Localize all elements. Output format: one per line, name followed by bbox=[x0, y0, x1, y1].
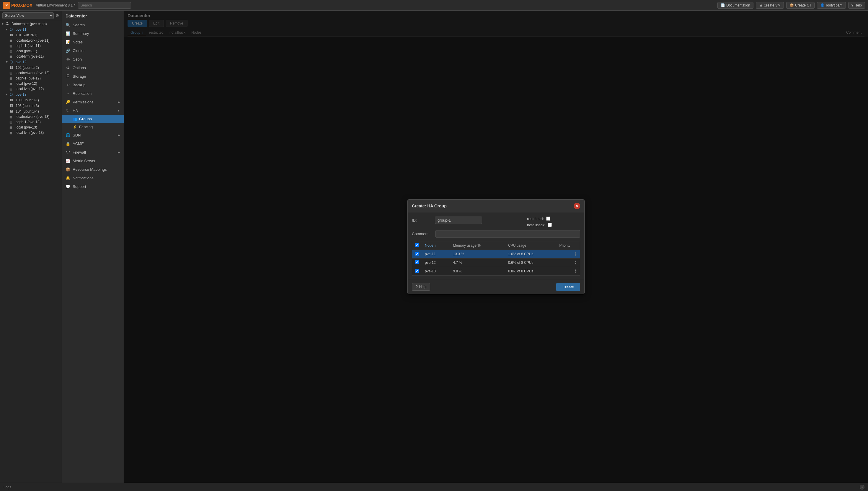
tree-vm-104[interactable]: 🖥 104 (ubuntu-4) bbox=[0, 109, 62, 114]
nav-label-support: Support bbox=[73, 184, 86, 189]
nav-item-firewall[interactable]: 🛡 Firewall ▶ bbox=[62, 148, 124, 156]
create-ct-button[interactable]: 📦 Create CT bbox=[786, 2, 814, 8]
nav-item-permissions[interactable]: 🔑 Permissions ▶ bbox=[62, 98, 124, 106]
nav-item-backup[interactable]: ↩ Backup bbox=[62, 81, 124, 89]
tree-disk-locallvm-pve11[interactable]: ▤ local-lvm (pve-11) bbox=[0, 54, 62, 59]
table-header-memory[interactable]: Memory usage % bbox=[450, 241, 505, 250]
tree-disk-locallvm-pve12[interactable]: ▤ local-lvm (pve-12) bbox=[0, 86, 62, 92]
memory-pve12: 4.7 % bbox=[450, 258, 505, 267]
nav-item-options[interactable]: ⚙ Options bbox=[62, 63, 124, 72]
user-menu[interactable]: 👤 root@pam bbox=[817, 2, 845, 8]
cpu-pve11: 1.6% of 8 CPUs bbox=[505, 250, 556, 258]
nav-item-metric[interactable]: 📈 Metric Server bbox=[62, 156, 124, 165]
tree-datacenter[interactable]: ▼ 🖧 Datacenter (pve-ceph) bbox=[0, 21, 62, 27]
node-name-pve12: pve-12 bbox=[422, 258, 450, 267]
tree-vm-102[interactable]: 🖥 102 (ubuntu-2) bbox=[0, 65, 62, 70]
app-logo: ✕ PROXMOX bbox=[3, 2, 32, 9]
tree-vm-100[interactable]: 🖥 100 (ubuntu-1) bbox=[0, 97, 62, 103]
sidebar-header: Server View Folder View ⚙ bbox=[0, 11, 62, 21]
nav-sub-item-fencing[interactable]: ⚡ Fencing bbox=[62, 123, 124, 131]
tree-node-pve11[interactable]: ▼ ⬡ pve-11 bbox=[0, 27, 62, 32]
row-check-pve12[interactable] bbox=[415, 260, 419, 264]
view-select[interactable]: Server View Folder View bbox=[2, 12, 54, 19]
tree-disk-local-pve13[interactable]: ▤ local (pve-13) bbox=[0, 125, 62, 130]
cluster-nav-icon: 🔗 bbox=[66, 49, 70, 53]
tree-node-pve13[interactable]: ▼ ⬡ pve-13 bbox=[0, 92, 62, 97]
node-icon: ⬡ bbox=[9, 27, 15, 32]
nofailback-checkbox[interactable] bbox=[548, 223, 552, 227]
table-header-priority[interactable]: Priority bbox=[557, 241, 580, 250]
create-ct-icon: 📦 bbox=[789, 3, 794, 7]
table-header-node[interactable]: Node ↑ bbox=[422, 241, 450, 250]
summary-nav-icon: 📊 bbox=[66, 31, 70, 36]
tree-disk-local-pve11[interactable]: ▤ local (pve-11) bbox=[0, 49, 62, 54]
nav-item-ha[interactable]: ♡ HA ▼ bbox=[62, 106, 124, 115]
comment-input[interactable] bbox=[435, 230, 580, 237]
node-name-pve13: pve-13 bbox=[422, 267, 450, 275]
id-input[interactable] bbox=[435, 216, 482, 224]
sdn-arrow-icon: ▶ bbox=[118, 134, 120, 137]
gear-icon[interactable]: ⚙ bbox=[56, 13, 59, 18]
nav-item-storage[interactable]: 🗄 Storage bbox=[62, 72, 124, 81]
disk-icon-ceph-pve12: ▤ bbox=[9, 77, 15, 80]
priority-down-pve11[interactable]: ▼ bbox=[575, 254, 577, 256]
net-icon-pve12: ▤ bbox=[9, 71, 15, 75]
notes-nav-icon: 📝 bbox=[66, 40, 70, 44]
net-label-pve12: localnetwork (pve-12) bbox=[16, 71, 50, 75]
node-name-pve11: pve-11 bbox=[422, 250, 450, 258]
nav-item-summary[interactable]: 📊 Summary bbox=[62, 29, 124, 38]
tree-net-pve11[interactable]: ▤ localnetwork (pve-11) bbox=[0, 38, 62, 43]
tree-disk-ceph-pve13[interactable]: ▤ ceph-1 (pve-13) bbox=[0, 119, 62, 125]
nav-label-metric: Metric Server bbox=[73, 158, 95, 163]
modal-create-button[interactable]: Create bbox=[556, 283, 580, 291]
tree-disk-ceph-pve11[interactable]: ▤ ceph-1 (pve-11) bbox=[0, 43, 62, 49]
nav-label-cluster: Cluster bbox=[73, 49, 85, 53]
logs-expand-icon[interactable]: ○ bbox=[860, 485, 864, 490]
row-check-pve13[interactable] bbox=[415, 269, 419, 273]
options-nav-icon: ⚙ bbox=[66, 65, 70, 70]
nav-sub-item-groups[interactable]: 👥 Groups bbox=[62, 115, 124, 123]
create-vm-button[interactable]: 🖥 Create VM bbox=[756, 2, 784, 8]
priority-down-pve13[interactable]: ▼ bbox=[575, 271, 577, 273]
ha-nav-icon: ♡ bbox=[66, 109, 70, 113]
global-search-input[interactable] bbox=[78, 2, 131, 8]
tree-vm-101[interactable]: 🖥 101 (win19-1) bbox=[0, 32, 62, 38]
help-icon-modal: ? bbox=[416, 285, 418, 289]
nav-item-ceph[interactable]: ◎ Ceph bbox=[62, 55, 124, 63]
nav-item-support[interactable]: 💬 Support bbox=[62, 182, 124, 191]
tree-disk-local-pve12[interactable]: ▤ local (pve-12) bbox=[0, 81, 62, 86]
tree-disk-locallvm-pve13[interactable]: ▤ local-lvm (pve-13) bbox=[0, 130, 62, 135]
priority-down-pve12[interactable]: ▼ bbox=[575, 263, 577, 265]
tree-net-pve12[interactable]: ▤ localnetwork (pve-12) bbox=[0, 70, 62, 76]
nav-item-notes[interactable]: 📝 Notes bbox=[62, 38, 124, 47]
nav-item-notifications[interactable]: 🔔 Notifications bbox=[62, 174, 124, 182]
main-layout: Server View Folder View ⚙ ▼ 🖧 Datacenter… bbox=[0, 11, 868, 483]
nav-item-search[interactable]: 🔍 Search bbox=[62, 21, 124, 29]
table-row: pve-12 4.7 % 0.6% of 8 CPUs ▲ ▼ bbox=[412, 258, 580, 267]
create-ha-group-modal: Create: HA Group ✕ ID: re bbox=[407, 199, 585, 294]
tree-node-pve12[interactable]: ▼ ⬡ pve-12 bbox=[0, 59, 62, 65]
logo-text: PROXMOX bbox=[11, 3, 32, 8]
nav-label-notifications: Notifications bbox=[73, 176, 94, 180]
documentation-button[interactable]: 📄 Documentation bbox=[717, 2, 753, 8]
select-all-checkbox[interactable] bbox=[415, 243, 419, 247]
help-button[interactable]: ? Help bbox=[848, 2, 865, 8]
tree-vm-103[interactable]: 🖥 103 (ubuntu-3) bbox=[0, 103, 62, 109]
table-header-cpu[interactable]: CPU usage bbox=[505, 241, 556, 250]
node-table: Node ↑ Memory usage % CPU usage Priority bbox=[412, 241, 580, 276]
nav-item-acme[interactable]: 🔒 ACME bbox=[62, 139, 124, 148]
tree-disk-ceph-pve12[interactable]: ▤ ceph-1 (pve-12) bbox=[0, 76, 62, 81]
nav-item-replication[interactable]: ↔ Replication bbox=[62, 89, 124, 98]
modal-help-button[interactable]: ? Help bbox=[412, 283, 430, 291]
nav-item-cluster[interactable]: 🔗 Cluster bbox=[62, 47, 124, 55]
restricted-checkbox[interactable] bbox=[546, 216, 550, 221]
datacenter-label: Datacenter (pve-ceph) bbox=[11, 22, 46, 26]
nav-item-resource[interactable]: 📦 Resource Mappings bbox=[62, 165, 124, 174]
row-check-pve11[interactable] bbox=[415, 252, 419, 256]
modal-close-button[interactable]: ✕ bbox=[574, 203, 580, 209]
disk-icon-ceph-pve13: ▤ bbox=[9, 120, 15, 124]
nav-item-sdn[interactable]: 🌐 SDN ▶ bbox=[62, 131, 124, 139]
tree-net-pve13[interactable]: ▤ localnetwork (pve-13) bbox=[0, 114, 62, 119]
logo-icon: ✕ bbox=[3, 2, 10, 9]
cpu-pve13: 0.8% of 8 CPUs bbox=[505, 267, 556, 275]
